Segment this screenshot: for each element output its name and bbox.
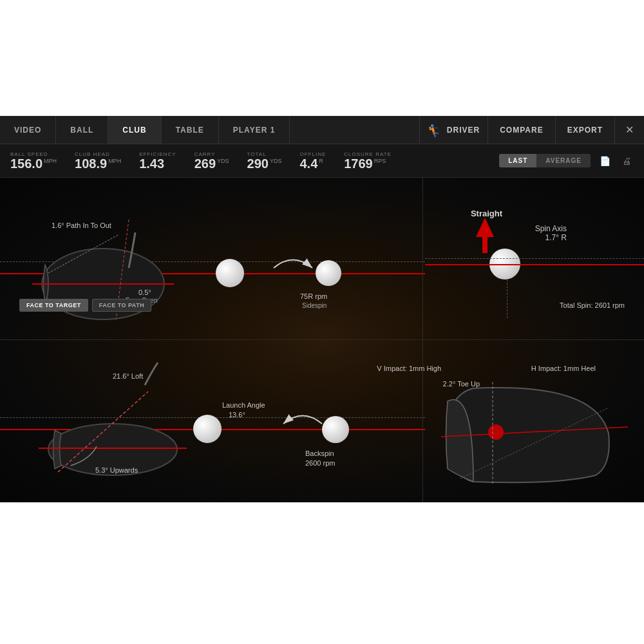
pdf-icon[interactable]: 📄	[597, 153, 613, 169]
toggle-last[interactable]: LAST	[499, 154, 536, 167]
path-in-to-out-label: 1.6° Path In To Out	[52, 222, 111, 229]
spin-axis-label: Spin Axis	[535, 224, 567, 233]
stat-value-carry: 269YDS	[194, 157, 229, 170]
red-line-right	[425, 264, 644, 265]
stat-value-club-head: 108.9MPH	[75, 157, 121, 170]
tab-ball[interactable]: BALL	[56, 116, 108, 144]
impact-driver-svg	[441, 375, 628, 488]
ball-bottom-left	[193, 415, 222, 443]
stat-value-ball-speed: 156.0MPH	[10, 157, 57, 170]
ball-bottom-center	[322, 416, 349, 443]
viz-bottom-section: 21.6° Loft Launch Angle 13.6° Backspin 2…	[0, 340, 644, 502]
v-impact-label: V Impact: 1mm High	[377, 365, 441, 372]
driver-label: DRIVER	[447, 126, 480, 135]
viz-top-section: 1.6° Path In To Out 0.5° Face Open FACE …	[0, 178, 644, 340]
stat-value-total: 290YDS	[247, 157, 282, 170]
app-container: VIDEO BALL CLUB TABLE PLAYER 1 🏌 DRIVER …	[0, 116, 644, 502]
stat-value-closure-rate: 1769RPS	[344, 157, 392, 170]
launch-angle-label: Launch Angle	[222, 401, 265, 409]
backspin-arrow-svg	[277, 404, 328, 443]
stat-closure-rate: CLOSURE RATE 1769RPS	[344, 151, 392, 170]
stat-value-offline: 4.4R	[299, 157, 326, 170]
upward-label: 5.3° Upwards	[95, 466, 138, 474]
nav-right-section: 🏌 DRIVER COMPARE EXPORT ✕	[419, 116, 644, 144]
nav-bar: VIDEO BALL CLUB TABLE PLAYER 1 🏌 DRIVER …	[0, 116, 644, 144]
stats-right: LAST AVERAGE 📄 🖨	[499, 153, 634, 169]
stats-bar: BALL SPEED 156.0MPH CLUB HEAD 108.9MPH E…	[0, 144, 644, 178]
sidespin-label: Sidespin	[302, 302, 327, 309]
stat-offline: OFFLINE 4.4R	[299, 151, 326, 170]
toe-up-label: 2.2° Toe Up	[443, 380, 480, 388]
driver-section: 🏌 DRIVER	[419, 116, 488, 144]
straight-arrow-svg	[476, 218, 494, 253]
tab-club[interactable]: CLUB	[108, 116, 161, 144]
vertical-divider-top	[422, 178, 423, 340]
stat-club-head: CLUB HEAD 108.9MPH	[75, 151, 121, 170]
straight-label: Straight	[471, 209, 502, 218]
main-visualization: 1.6° Path In To Out 0.5° Face Open FACE …	[0, 178, 644, 502]
h-impact-label: H Impact: 1mm Heel	[531, 365, 596, 372]
stat-efficiency: EFFICIENCY 1.43	[139, 151, 176, 170]
svg-point-10	[488, 424, 504, 440]
stat-total: TOTAL 290YDS	[247, 151, 282, 170]
svg-marker-5	[476, 218, 494, 253]
sidespin-value: 75R rpm	[300, 292, 327, 300]
stat-carry: CARRY 269YDS	[194, 151, 229, 170]
total-spin-label: Total Spin: 2601 rpm	[560, 301, 625, 309]
backspin-label: Backspin	[305, 450, 334, 457]
face-to-path-button[interactable]: FACE TO PATH	[92, 299, 152, 312]
toggle-average[interactable]: AVERAGE	[536, 154, 591, 167]
ball-spinning	[316, 260, 341, 286]
ball-impact	[216, 259, 244, 287]
last-average-toggle[interactable]: LAST AVERAGE	[499, 154, 591, 167]
face-open-value: 0.5°	[138, 289, 151, 296]
tab-table[interactable]: TABLE	[162, 116, 219, 144]
loft-label: 21.6° Loft	[113, 372, 143, 380]
dashed-line-right	[425, 258, 644, 259]
tab-player1[interactable]: PLAYER 1	[219, 116, 290, 144]
sidespin-arrow-svg	[267, 249, 319, 287]
face-button-group: FACE TO TARGET FACE TO PATH	[19, 299, 151, 312]
print-icon[interactable]: 🖨	[620, 153, 634, 169]
stat-value-efficiency: 1.43	[139, 157, 176, 170]
export-button[interactable]: EXPORT	[555, 116, 614, 144]
close-button[interactable]: ✕	[614, 116, 644, 144]
face-to-target-button[interactable]: FACE TO TARGET	[19, 299, 88, 312]
driver-club-icon: 🏌	[425, 120, 444, 139]
launch-angle-value: 13.6°	[229, 411, 245, 419]
tab-video[interactable]: VIDEO	[0, 116, 56, 144]
compare-button[interactable]: COMPARE	[488, 116, 554, 144]
dashed-vertical-right	[507, 279, 507, 318]
backspin-value: 2600 rpm	[305, 459, 335, 467]
spin-axis-value: 1.7° R	[545, 233, 567, 242]
stat-ball-speed: BALL SPEED 156.0MPH	[10, 151, 57, 170]
